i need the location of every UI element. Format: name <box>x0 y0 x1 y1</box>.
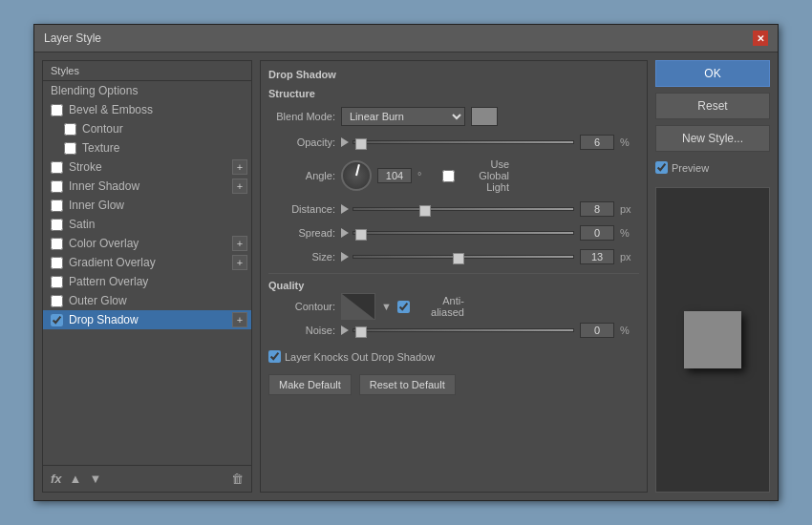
ok-button[interactable]: OK <box>655 60 770 87</box>
preview-checkbox[interactable] <box>655 161 668 174</box>
spread-slider[interactable] <box>353 231 574 235</box>
spread-slider-arrow[interactable] <box>341 228 349 238</box>
left-panel-footer: fx ▲ ▼ 🗑 <box>43 465 251 492</box>
opacity-slider[interactable] <box>353 140 574 144</box>
sidebar-item-texture[interactable]: Texture <box>43 138 251 158</box>
blend-mode-row: Blend Mode: Linear Burn Normal Multiply … <box>268 107 639 126</box>
use-global-light-checkbox[interactable] <box>442 170 455 182</box>
contour-row: Contour: ▼ Anti-aliased <box>268 293 639 320</box>
layer-knocks-row: Layer Knocks Out Drop Shadow <box>268 350 639 363</box>
sidebar-item-pattern-overlay[interactable]: Pattern Overlay <box>43 272 251 291</box>
size-row: Size: 13 px <box>268 249 639 264</box>
pattern-overlay-checkbox[interactable] <box>51 276 63 288</box>
sidebar-item-blending-options[interactable]: Blending Options <box>43 81 251 100</box>
gradient-overlay-checkbox[interactable] <box>51 257 63 269</box>
drop-shadow-checkbox[interactable] <box>51 314 63 326</box>
distance-unit: px <box>620 203 639 215</box>
outer-glow-label: Outer Glow <box>69 294 127 307</box>
contour-label: Contour: <box>268 301 335 312</box>
inner-shadow-checkbox[interactable] <box>51 180 63 193</box>
drop-shadow-label: Drop Shadow <box>69 313 139 326</box>
distance-slider-arrow[interactable] <box>341 204 349 214</box>
spread-input[interactable]: 0 <box>580 225 614 241</box>
sidebar-item-stroke[interactable]: Stroke + <box>43 158 251 177</box>
make-default-button[interactable]: Make Default <box>268 374 352 395</box>
size-slider-arrow[interactable] <box>341 252 349 262</box>
opacity-row: Opacity: 6 % <box>268 135 639 150</box>
sidebar-item-contour[interactable]: Contour <box>43 119 251 138</box>
size-slider[interactable] <box>353 255 574 259</box>
default-buttons-row: Make Default Reset to Default <box>268 374 639 395</box>
contour-preview[interactable] <box>341 293 375 320</box>
bevel-emboss-checkbox[interactable] <box>51 104 63 116</box>
move-up-icon[interactable]: ▲ <box>70 472 82 486</box>
bevel-emboss-label: Bevel & Emboss <box>69 103 153 116</box>
delete-icon[interactable]: 🗑 <box>231 472 244 486</box>
shadow-color-swatch[interactable] <box>471 107 498 126</box>
sidebar-item-color-overlay[interactable]: Color Overlay + <box>43 234 251 253</box>
spread-unit: % <box>620 227 639 239</box>
stroke-add-button[interactable]: + <box>232 159 247 175</box>
noise-slider-arrow[interactable] <box>341 326 349 335</box>
structure-section-title: Structure <box>268 88 639 99</box>
drop-shadow-add-button[interactable]: + <box>232 312 247 327</box>
sidebar-item-bevel-emboss[interactable]: Bevel & Emboss <box>43 100 251 119</box>
preview-inner <box>684 311 741 368</box>
reset-to-default-button[interactable]: Reset to Default <box>359 374 456 395</box>
sidebar-item-gradient-overlay[interactable]: Gradient Overlay + <box>43 253 251 272</box>
distance-slider[interactable] <box>353 207 574 211</box>
layer-knocks-label[interactable]: Layer Knocks Out Drop Shadow <box>268 350 435 363</box>
gradient-overlay-add-button[interactable]: + <box>232 255 247 270</box>
angle-dial[interactable] <box>341 160 372 191</box>
distance-input[interactable]: 8 <box>580 201 614 217</box>
new-style-button[interactable]: New Style... <box>655 125 770 152</box>
inner-shadow-add-button[interactable]: + <box>232 178 247 194</box>
layer-knocks-checkbox[interactable] <box>268 350 281 363</box>
distance-label: Distance: <box>268 203 335 215</box>
opacity-unit: % <box>620 136 639 148</box>
sidebar-item-drop-shadow[interactable]: Drop Shadow + <box>43 310 251 329</box>
sidebar-item-inner-glow[interactable]: Inner Glow <box>43 196 251 215</box>
size-input[interactable]: 13 <box>580 249 614 264</box>
svg-marker-0 <box>342 294 375 320</box>
sidebar-item-outer-glow[interactable]: Outer Glow <box>43 291 251 310</box>
color-overlay-add-button[interactable]: + <box>232 236 247 251</box>
contour-svg <box>342 294 375 320</box>
color-overlay-checkbox[interactable] <box>51 238 63 250</box>
preview-label[interactable]: Preview <box>655 161 770 174</box>
contour-label: Contour <box>82 122 123 136</box>
sidebar-item-inner-shadow[interactable]: Inner Shadow + <box>43 177 251 196</box>
fx-icon[interactable]: fx <box>51 472 62 486</box>
stroke-checkbox[interactable] <box>51 161 63 174</box>
blend-mode-select[interactable]: Linear Burn Normal Multiply Screen Overl… <box>341 107 465 126</box>
reset-button[interactable]: Reset <box>655 93 770 119</box>
blend-mode-label: Blend Mode: <box>268 111 335 122</box>
anti-aliased-label[interactable]: Anti-aliased <box>397 295 464 318</box>
texture-label: Texture <box>82 141 119 155</box>
texture-checkbox[interactable] <box>64 142 76 155</box>
noise-input[interactable]: 0 <box>580 323 614 338</box>
close-button[interactable]: ✕ <box>753 31 768 46</box>
title-bar: Layer Style ✕ <box>34 25 778 52</box>
inner-shadow-label: Inner Shadow <box>69 179 139 193</box>
opacity-slider-arrow[interactable] <box>341 137 349 147</box>
angle-label: Angle: <box>268 170 335 181</box>
noise-label: Noise: <box>268 325 335 336</box>
satin-checkbox[interactable] <box>51 219 63 231</box>
noise-slider[interactable] <box>353 328 574 332</box>
sidebar-item-satin[interactable]: Satin <box>43 215 251 234</box>
satin-label: Satin <box>69 218 95 231</box>
contour-dropdown-arrow[interactable]: ▼ <box>381 301 392 312</box>
opacity-input[interactable]: 6 <box>580 135 614 150</box>
contour-checkbox[interactable] <box>64 123 76 136</box>
outer-glow-checkbox[interactable] <box>51 295 63 307</box>
angle-input[interactable]: 104 <box>377 168 412 183</box>
inner-glow-checkbox[interactable] <box>51 200 63 212</box>
opacity-label: Opacity: <box>268 136 335 148</box>
dialog-title: Layer Style <box>44 32 101 45</box>
use-global-light-label[interactable]: Use Global Light <box>442 158 509 193</box>
move-down-icon[interactable]: ▼ <box>89 472 101 486</box>
center-panel: Drop Shadow Structure Blend Mode: Linear… <box>260 60 648 493</box>
preview-box <box>655 187 770 493</box>
anti-aliased-checkbox[interactable] <box>397 301 410 313</box>
